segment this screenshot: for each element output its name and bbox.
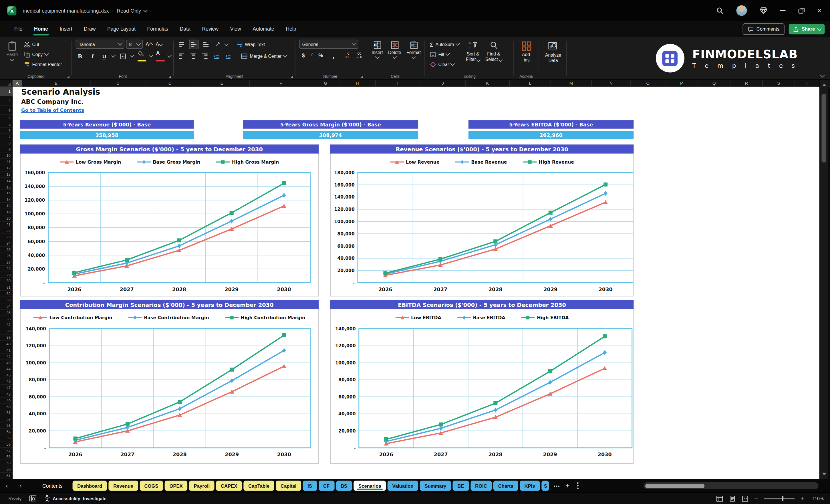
column-header-Q[interactable]: Q bbox=[698, 80, 731, 87]
row-header-30[interactable]: 30 bbox=[0, 278, 12, 285]
orientation-button[interactable] bbox=[213, 40, 222, 49]
menu-automate[interactable]: Automate bbox=[247, 21, 280, 37]
italic-button[interactable]: I bbox=[88, 52, 96, 60]
borders-chevron-icon[interactable] bbox=[130, 53, 134, 57]
row-header-23[interactable]: 23 bbox=[0, 234, 12, 241]
sheet-tab-bs[interactable]: BS bbox=[336, 480, 352, 491]
addins-button[interactable]: Add-ins bbox=[518, 40, 536, 64]
sheet-tab-revenue[interactable]: Revenue bbox=[108, 480, 138, 491]
sheet-tab-capex[interactable]: CAPEX bbox=[216, 480, 242, 491]
format-painter-button[interactable]: Format Painter bbox=[23, 60, 63, 69]
row-header-27[interactable]: 27 bbox=[0, 259, 12, 266]
column-header-S[interactable]: S bbox=[763, 80, 795, 87]
zoom-slider[interactable] bbox=[764, 498, 795, 499]
row-header-31[interactable]: 31 bbox=[0, 284, 12, 291]
collapse-ribbon-icon[interactable] bbox=[820, 73, 824, 77]
menu-review[interactable]: Review bbox=[196, 21, 224, 37]
row-header-19[interactable]: 19 bbox=[0, 209, 12, 215]
bold-button[interactable]: B bbox=[76, 52, 84, 60]
paste-button[interactable]: Paste bbox=[4, 40, 21, 69]
autosum-button[interactable]: Σ AutoSum bbox=[429, 40, 460, 49]
zoom-in-button[interactable]: + bbox=[800, 495, 804, 502]
column-header-I[interactable]: I bbox=[376, 80, 420, 87]
row-header-18[interactable]: 18 bbox=[0, 203, 12, 209]
merge-center-button[interactable]: Merge & Center bbox=[240, 52, 287, 60]
row-header-58[interactable]: 58 bbox=[0, 454, 12, 460]
row-header-38[interactable]: 38 bbox=[0, 328, 12, 335]
row-header-35[interactable]: 35 bbox=[0, 310, 12, 316]
row-header-45[interactable]: 45 bbox=[0, 372, 12, 379]
find-select-button[interactable]: Find &Select bbox=[483, 40, 505, 69]
row-header-37[interactable]: 37 bbox=[0, 322, 12, 328]
sheet-tab-be[interactable]: BE bbox=[453, 480, 469, 491]
increase-decimal-button[interactable]: ←.0.00 bbox=[342, 51, 351, 60]
sheet-tab-captable[interactable]: CapTable bbox=[244, 480, 274, 491]
row-header-49[interactable]: 49 bbox=[0, 398, 12, 404]
sheet-tab-cogs[interactable]: COGS bbox=[139, 480, 163, 491]
row-header-60[interactable]: 60 bbox=[0, 467, 12, 473]
menu-data[interactable]: Data bbox=[174, 21, 196, 37]
row-header-5[interactable]: 5 bbox=[0, 121, 12, 128]
alignment-dialog-launcher[interactable]: ◢ bbox=[290, 75, 293, 78]
premium-gem-icon[interactable] bbox=[760, 7, 768, 14]
row-header-44[interactable]: 44 bbox=[0, 366, 12, 372]
comments-button[interactable]: Comments bbox=[743, 23, 785, 35]
column-header-E[interactable]: E bbox=[194, 80, 250, 87]
sheet-tab-summary[interactable]: Summary bbox=[420, 480, 451, 491]
tab-options-icon[interactable] bbox=[577, 485, 579, 486]
menu-draw[interactable]: Draw bbox=[78, 21, 101, 37]
number-format-select[interactable]: General bbox=[299, 40, 358, 49]
sheet-tab-capital[interactable]: Capital bbox=[276, 480, 301, 491]
insert-cells-button[interactable]: Insert bbox=[369, 40, 386, 59]
font-color-button[interactable]: A bbox=[156, 51, 165, 62]
column-header-O[interactable]: O bbox=[631, 80, 665, 87]
menu-file[interactable]: File bbox=[8, 21, 28, 37]
row-header-32[interactable]: 32 bbox=[0, 291, 12, 297]
sort-filter-button[interactable]: AZ Sort &Filter bbox=[463, 40, 483, 69]
row-header-16[interactable]: 16 bbox=[0, 190, 12, 196]
row-header-46[interactable]: 46 bbox=[0, 379, 12, 385]
sheet-tab-payroll[interactable]: Payroll bbox=[189, 480, 215, 491]
sheet-tab-kpis[interactable]: KPIs bbox=[520, 480, 540, 491]
table-of-contents-link[interactable]: Go to Table of Contents bbox=[21, 107, 84, 113]
row-header-61[interactable]: 61 bbox=[0, 473, 12, 479]
vertical-scroll-thumb[interactable] bbox=[822, 94, 826, 163]
share-button[interactable]: Share bbox=[789, 24, 825, 34]
menu-help[interactable]: Help bbox=[280, 21, 302, 37]
sheet-tab-roic[interactable]: ROIC bbox=[471, 480, 492, 491]
sheet-tab-valuation[interactable]: Valuation bbox=[387, 480, 418, 491]
scroll-down-icon[interactable] bbox=[822, 473, 826, 475]
menu-formulas[interactable]: Formulas bbox=[141, 21, 174, 37]
menu-insert[interactable]: Insert bbox=[54, 21, 78, 37]
underline-button[interactable]: U bbox=[100, 52, 109, 60]
row-header-25[interactable]: 25 bbox=[0, 247, 12, 253]
row-header-20[interactable]: 20 bbox=[0, 215, 12, 222]
decrease-decimal-button[interactable]: .00→.0 bbox=[355, 51, 363, 60]
row-header-40[interactable]: 40 bbox=[0, 341, 12, 347]
align-middle-button[interactable] bbox=[189, 40, 198, 49]
row-header-2[interactable]: 2 bbox=[0, 96, 12, 106]
column-header-A[interactable]: A bbox=[12, 80, 22, 87]
row-header-26[interactable]: 26 bbox=[0, 253, 12, 259]
accessibility-status[interactable]: Accessibility: Investigate bbox=[44, 495, 106, 502]
row-header-52[interactable]: 52 bbox=[0, 416, 12, 422]
increase-font-button[interactable]: A bbox=[145, 40, 153, 49]
increase-indent-button[interactable] bbox=[224, 52, 232, 60]
page-break-view-icon[interactable] bbox=[742, 495, 748, 501]
row-header-1[interactable]: 1 bbox=[0, 87, 12, 96]
borders-button[interactable] bbox=[119, 52, 127, 60]
row-header-33[interactable]: 33 bbox=[0, 297, 12, 303]
more-sheets-icon[interactable]: ••• bbox=[553, 483, 560, 489]
search-icon[interactable] bbox=[716, 7, 724, 14]
column-header-D[interactable]: D bbox=[146, 80, 194, 87]
row-header-47[interactable]: 47 bbox=[0, 385, 12, 391]
new-sheet-button[interactable]: + bbox=[566, 482, 569, 490]
sheet-tab-charts[interactable]: Charts bbox=[493, 480, 518, 491]
readonly-chevron-icon[interactable] bbox=[143, 8, 148, 12]
column-header-H[interactable]: H bbox=[339, 80, 376, 87]
horizontal-scroll-thumb[interactable] bbox=[645, 484, 704, 488]
row-header-55[interactable]: 55 bbox=[0, 435, 12, 441]
align-bottom-button[interactable] bbox=[202, 40, 210, 49]
clipboard-dialog-launcher[interactable]: ◢ bbox=[67, 75, 69, 78]
align-left-button[interactable] bbox=[177, 52, 186, 60]
